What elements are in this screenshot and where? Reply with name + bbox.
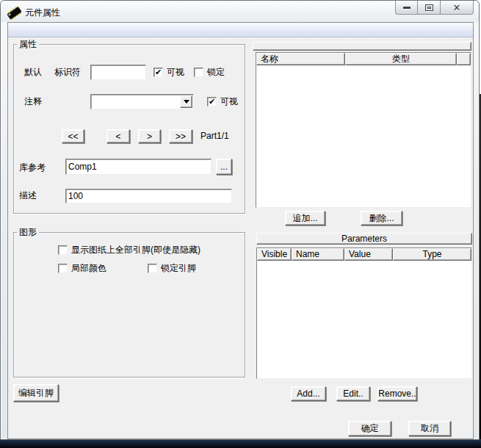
lock-pins-label: 锁定引脚: [161, 263, 196, 274]
attributes-list-body[interactable]: [256, 65, 471, 207]
check-icon: ✔: [209, 98, 215, 106]
close-icon: ✕: [453, 3, 461, 12]
comment-visible-label: 可视: [220, 96, 238, 107]
column-header-name[interactable]: 名称: [256, 53, 345, 65]
comment-combobox[interactable]: [90, 94, 194, 109]
locked-label: 锁定: [207, 67, 225, 78]
description-input[interactable]: [65, 189, 232, 203]
designator-input[interactable]: [90, 65, 146, 80]
component-properties-dialog: 元件属性 ✕ 属性 默认 标识符 ✔ 可视 锁定: [0, 0, 480, 440]
column-header-type[interactable]: 类型: [345, 53, 457, 65]
designator-visible-checkbox[interactable]: ✔: [153, 68, 163, 77]
comment-visible-checkbox[interactable]: ✔: [207, 97, 217, 106]
description-label: 描述: [19, 190, 37, 201]
first-part-button[interactable]: <<: [62, 129, 84, 143]
desktop-background-bottom: [0, 439, 481, 448]
minimize-button[interactable]: [395, 1, 418, 15]
header-band: [8, 24, 473, 37]
lock-pins-checkbox[interactable]: [148, 264, 157, 273]
column-header-param-name[interactable]: Name: [292, 248, 344, 261]
next-part-button[interactable]: >: [138, 129, 161, 143]
show-all-pins-checkbox[interactable]: [58, 245, 68, 255]
add-button[interactable]: Add...: [291, 386, 326, 401]
column-header-value[interactable]: Value: [344, 248, 393, 261]
designator-visible-label: 可视: [167, 67, 184, 78]
column-header-visible[interactable]: Visible: [257, 248, 292, 261]
column-header-param-type[interactable]: Type: [393, 248, 471, 261]
edit-button[interactable]: Edit..: [336, 386, 370, 401]
attributes-list[interactable]: 名称 类型: [256, 52, 471, 208]
window-controls: ✕: [395, 1, 474, 15]
designator-label: 标识符: [54, 67, 81, 78]
attributes-header-bar: [253, 42, 471, 51]
ok-button[interactable]: 确定: [348, 421, 391, 436]
properties-group-title: 属性: [17, 39, 39, 49]
close-button[interactable]: ✕: [441, 1, 474, 15]
append-button[interactable]: 追加...: [285, 211, 325, 225]
cancel-button[interactable]: 取消: [408, 421, 451, 436]
check-icon: ✔: [155, 68, 162, 76]
maximize-button[interactable]: [418, 1, 441, 15]
local-colors-checkbox[interactable]: [58, 264, 68, 273]
comment-label: 注释: [24, 96, 42, 107]
local-colors-label: 局部颜色: [71, 263, 106, 274]
remove-button[interactable]: Remove..: [377, 386, 417, 401]
last-part-button[interactable]: >>: [169, 129, 192, 143]
chip-icon: [7, 5, 21, 20]
show-all-pins-label: 显示图纸上全部引脚(即使是隐藏): [71, 245, 200, 256]
library-ref-input[interactable]: [65, 159, 211, 175]
column-header-spacer: [457, 53, 471, 65]
parameters-header-text: Parameters: [341, 234, 387, 244]
parameters-header-bar: Parameters: [256, 233, 472, 245]
previous-part-button[interactable]: <: [106, 129, 130, 143]
maximize-icon: [425, 4, 433, 11]
attributes-list-header: 名称 类型: [256, 53, 471, 65]
dialog-client-area: 属性 默认 标识符 ✔ 可视 锁定 注释 ✔ 可视 << < > >> Part…: [7, 22, 474, 439]
graphics-group-title: 图形: [17, 227, 39, 237]
browse-button[interactable]: ...: [216, 159, 232, 175]
window-title: 元件属性: [25, 7, 60, 19]
comment-dropdown-button[interactable]: [180, 95, 192, 108]
library-ref-label: 库参考: [19, 162, 46, 173]
default-label: 默认: [24, 67, 42, 78]
part-indicator: Part1/1: [200, 131, 229, 142]
titlebar[interactable]: 元件属性 ✕: [1, 1, 479, 22]
minimize-icon: [403, 7, 411, 9]
edit-pins-button[interactable]: 编辑引脚: [13, 384, 59, 402]
parameters-table[interactable]: Visible Name Value Type: [256, 248, 472, 379]
parameters-table-header: Visible Name Value Type: [257, 248, 471, 261]
chevron-down-icon: [184, 100, 189, 104]
locked-checkbox[interactable]: [194, 68, 203, 77]
parameters-table-body[interactable]: [257, 261, 471, 378]
delete-button[interactable]: 删除...: [361, 211, 402, 225]
